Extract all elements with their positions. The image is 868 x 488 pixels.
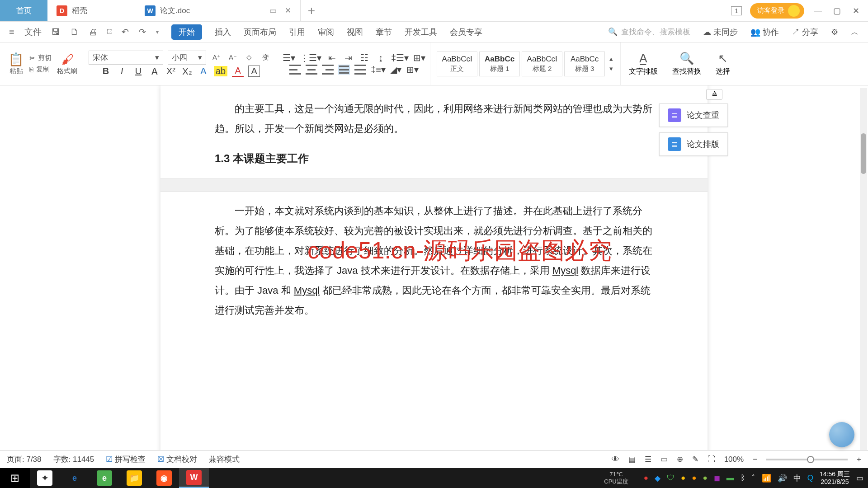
- strikethrough-button[interactable]: A̵: [149, 66, 160, 77]
- taskbar-ie[interactable]: e: [60, 468, 90, 488]
- doc-paragraph[interactable]: 的主要工具，这是一个沟通无限的时代，因此，利用网络来进行新闻类网站的管理也成为大…: [215, 99, 653, 139]
- format-painter-icon[interactable]: 🖌: [57, 52, 77, 67]
- doc-heading-1-3[interactable]: 1.3 本课题主要工作: [215, 148, 653, 169]
- show-marks-button[interactable]: ↨: [375, 53, 387, 63]
- print-preview-icon[interactable]: 🗋: [70, 27, 79, 37]
- font-size-select[interactable]: 小四▾: [168, 51, 206, 65]
- text-layout-group[interactable]: A̲ 文字排版: [623, 52, 664, 76]
- select-group[interactable]: ↖ 选择: [709, 52, 736, 76]
- decrease-indent-button[interactable]: ⇤: [326, 52, 338, 63]
- plagiarism-check-button[interactable]: ≣ 论文查重: [659, 103, 728, 127]
- style-scroll-down-icon[interactable]: ▾: [609, 65, 613, 73]
- highlight-button[interactable]: ab: [214, 66, 227, 76]
- start-button[interactable]: ⊞: [0, 468, 30, 488]
- copy-button[interactable]: ⎘复制: [29, 65, 52, 74]
- notification-center-icon[interactable]: ▭: [856, 474, 863, 483]
- tray-icon-3[interactable]: 🛡: [667, 474, 675, 483]
- subscript-button[interactable]: X₂: [181, 66, 193, 77]
- cut-button[interactable]: ✂剪切: [29, 54, 52, 62]
- volume-icon[interactable]: 🔊: [778, 474, 787, 483]
- tray-icon-2[interactable]: ◆: [655, 474, 660, 483]
- menu-references[interactable]: 引用: [289, 27, 305, 38]
- collaborate-button[interactable]: 👥 协作: [750, 27, 779, 38]
- sort-button[interactable]: ☷: [359, 52, 370, 63]
- style-h1[interactable]: AaBbCc标题 1: [479, 52, 520, 76]
- login-button[interactable]: 访客登录: [750, 3, 804, 19]
- style-body[interactable]: AaBbCcI正文: [437, 52, 477, 76]
- page-indicator[interactable]: 页面: 7/38: [7, 454, 42, 465]
- zoom-slider[interactable]: [766, 459, 848, 460]
- tray-icon-1[interactable]: ●: [644, 474, 648, 483]
- shading-button[interactable]: ◢▾: [390, 64, 402, 75]
- bullets-button[interactable]: ☰▾: [283, 52, 295, 63]
- tab-docer[interactable]: D 稻壳: [47, 0, 136, 21]
- taskbar-app-generic[interactable]: ✦: [30, 468, 60, 488]
- tab-document[interactable]: W 论文.doc ▭ ✕: [136, 0, 301, 21]
- zoom-in-button[interactable]: +: [857, 455, 861, 464]
- print-icon[interactable]: 🖨: [89, 27, 97, 37]
- share-button[interactable]: ↗ 分享: [792, 27, 818, 38]
- collapse-ribbon-icon[interactable]: ︿: [851, 27, 859, 38]
- word-count[interactable]: 字数: 11445: [53, 454, 94, 465]
- zoom-out-button[interactable]: −: [753, 455, 757, 464]
- save-icon[interactable]: 🖫: [52, 27, 60, 37]
- ime-indicator[interactable]: 中: [793, 473, 801, 483]
- decrease-font-icon[interactable]: A⁻: [227, 53, 239, 61]
- proofread-status[interactable]: ☒ 文档校对: [157, 454, 197, 465]
- menu-insert[interactable]: 插入: [215, 27, 231, 38]
- tray-icon-5[interactable]: ●: [692, 474, 696, 483]
- superscript-button[interactable]: X²: [165, 66, 177, 76]
- tabs-button[interactable]: ⊞▾: [413, 52, 425, 63]
- wifi-icon[interactable]: 📶: [762, 474, 771, 483]
- menu-page-layout[interactable]: 页面布局: [244, 27, 276, 38]
- cpu-temp-widget[interactable]: 71℃ CPU温度: [604, 471, 628, 486]
- minimize-button[interactable]: —: [812, 5, 823, 16]
- taskbar-app-orange[interactable]: ◉: [149, 468, 179, 488]
- tab-window-icon[interactable]: ▭: [269, 6, 277, 15]
- taskbar-edge[interactable]: e: [90, 468, 119, 488]
- document-page[interactable]: 的主要工具，这是一个沟通无限的时代，因此，利用网络来进行新闻类网站的管理也成为大…: [160, 85, 708, 469]
- system-clock[interactable]: 14:56 周三 2021/8/25: [820, 470, 850, 486]
- menu-start[interactable]: 开始: [171, 24, 202, 40]
- pen-icon[interactable]: ✎: [692, 455, 698, 464]
- sync-status[interactable]: ☁ 未同步: [703, 27, 738, 38]
- view-web-icon[interactable]: ⊕: [677, 455, 683, 464]
- menu-view[interactable]: 视图: [347, 27, 363, 38]
- vertical-scrollbar[interactable]: [860, 88, 867, 467]
- command-search[interactable]: 🔍 查找命令、搜索模板: [608, 27, 690, 37]
- text-effects-button[interactable]: A: [198, 66, 209, 76]
- increase-font-icon[interactable]: A⁺: [211, 53, 222, 61]
- menu-member[interactable]: 会员专享: [450, 27, 482, 38]
- file-menu[interactable]: 文件: [24, 26, 42, 38]
- paste-icon[interactable]: 📋: [8, 52, 24, 67]
- document-canvas[interactable]: 的主要工具，这是一个沟通无限的时代，因此，利用网络来进行新闻类网站的管理也成为大…: [0, 85, 868, 469]
- collapse-panel-button[interactable]: ≙: [706, 89, 722, 100]
- scrollbar-thumb[interactable]: [861, 133, 866, 174]
- qat-dropdown-icon[interactable]: ▾: [156, 29, 159, 35]
- tray-icon-8[interactable]: ▬: [726, 474, 734, 483]
- clear-format-icon[interactable]: ◇: [243, 53, 255, 61]
- tray-expand-icon[interactable]: ˄: [751, 474, 755, 483]
- align-distribute-button[interactable]: [354, 65, 366, 75]
- tab-home[interactable]: 首页: [0, 0, 47, 21]
- line-height-button[interactable]: ‡≡▾: [371, 64, 386, 75]
- line-spacing-button[interactable]: ‡☰▾: [391, 52, 409, 63]
- align-left-button[interactable]: [289, 65, 301, 75]
- settings-icon[interactable]: ⚙: [831, 27, 838, 37]
- view-page-icon[interactable]: ▤: [628, 455, 636, 464]
- view-outline-icon[interactable]: ☰: [645, 455, 651, 464]
- phonetic-icon[interactable]: 变: [259, 53, 271, 62]
- tray-icon-4[interactable]: ●: [681, 474, 685, 483]
- taskbar-explorer[interactable]: 📁: [119, 468, 149, 488]
- italic-button[interactable]: I: [116, 66, 128, 76]
- thesis-format-button[interactable]: ≣ 论文排版: [659, 132, 728, 156]
- numbering-button[interactable]: ⋮☰▾: [300, 52, 321, 63]
- font-color-button[interactable]: A: [232, 66, 244, 77]
- tab-count-badge[interactable]: 1: [731, 6, 742, 15]
- style-h2[interactable]: AaBbCcI标题 2: [522, 52, 562, 76]
- increase-indent-button[interactable]: ⇥: [342, 52, 354, 63]
- eye-protect-icon[interactable]: 👁: [612, 455, 619, 464]
- menu-dev-tools[interactable]: 开发工具: [405, 27, 437, 38]
- tray-icon-q[interactable]: Q: [807, 474, 813, 483]
- char-border-button[interactable]: A: [248, 66, 260, 77]
